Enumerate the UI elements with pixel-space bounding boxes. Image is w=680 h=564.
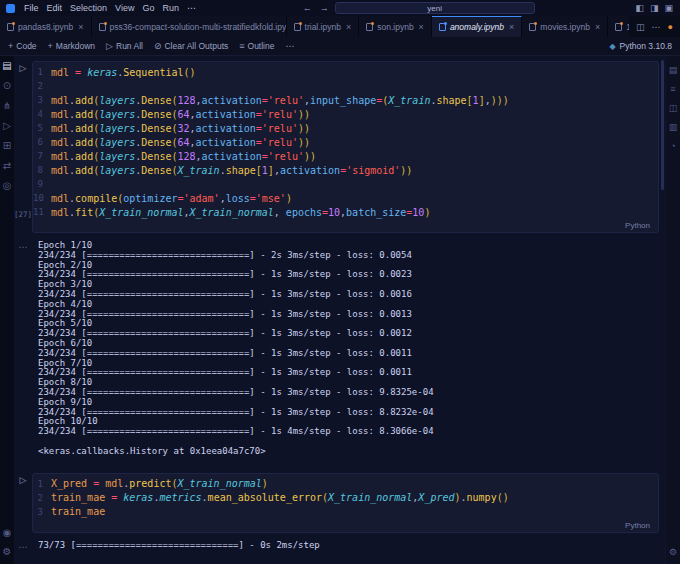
code-line[interactable]: 2 [33,79,658,93]
code-line[interactable]: 2train_mae = keras.metrics.mean_absolute… [33,491,658,505]
code-line[interactable]: 3train_mae [33,505,658,519]
menu-item-run[interactable]: Run [158,3,183,13]
toolbar-more-button[interactable]: ⋯ [285,41,294,51]
code-token: mdl [51,67,69,78]
code-line[interactable]: 8mdl.add(layers.Dense(X_train.shape[1],a… [33,163,658,177]
run-debug-icon[interactable]: ▷ [3,121,11,131]
customize-layout-icon[interactable]: ▣ [664,3,673,13]
close-icon[interactable]: × [509,22,514,32]
tab-pss36-compact-solution-multi-stratifiedkfold-ipynb[interactable]: pss36-compact-solution-multi-stratifiedk… [92,16,287,37]
code-token: mdl [51,151,69,162]
menu-item-edit[interactable]: Edit [43,3,67,13]
close-icon[interactable]: × [78,22,83,32]
menu-item-view[interactable]: View [111,3,138,13]
code-cell[interactable]: 1X_pred = mdl.predict(X_train_normal)2tr… [32,473,659,533]
add-markdown-button[interactable]: +Markdown [48,41,95,51]
grid-panel-icon[interactable]: ▥ [669,122,678,132]
clear-all-outputs-button[interactable]: ⊘Clear All Outputs [154,41,228,51]
jupyter-icon[interactable]: ◎ [3,181,12,191]
explorer-icon[interactable]: ▤ [2,61,11,71]
close-icon[interactable]: × [346,22,351,32]
cell-gutter: ▷[27] [14,61,32,233]
code-token: mdl [51,207,69,218]
nav-forward-icon[interactable]: → [318,3,331,13]
run-cell-button[interactable]: ▷ [14,473,32,485]
code-line[interactable]: 5mdl.add(layers.Dense(32,activation='rel… [33,121,658,135]
code-token: Dense [141,151,171,162]
toggle-panel-icon[interactable]: ◧ [635,3,644,13]
code-token: 64 [177,109,189,120]
code-token: add [75,151,93,162]
add-code-button[interactable]: +Code [8,41,37,51]
remote-icon[interactable]: ⇄ [3,161,11,171]
main-area: ▤⊙⋔▷⊞⇄◎◉⚙ ▷[27]1mdl = keras.Sequential()… [0,56,680,564]
output-collapse-indicator[interactable]: ⋯ [14,241,32,457]
cell-output: ⋯Epoch 1/10 234/234 [===================… [14,241,659,457]
tab-pandas8-ipynb[interactable]: pandas8.ipynb× [0,16,92,37]
menu-item-file[interactable]: File [20,3,43,13]
code-token: Dense [141,123,171,134]
panel-settings-gear-icon[interactable]: ⚙ [669,547,677,557]
tab-son-ipynb[interactable]: son.ipynb× [359,16,432,37]
code-token: add [75,137,93,148]
split-panel-icon[interactable]: ◫ [669,103,678,113]
code-line[interactable]: 7mdl.add(layers.Dense(128,activation='re… [33,149,658,163]
line-number: 1 [33,67,51,77]
code-cell[interactable]: 1mdl = keras.Sequential()2 3mdl.add(laye… [32,61,659,233]
code-token [51,179,57,190]
history-panel-icon[interactable]: ◔ [670,141,675,151]
code-line[interactable]: 1mdl = keras.Sequential() [33,65,658,79]
code-token: add [75,165,93,176]
tab-1-ipynb[interactable]: 1.ipynb× [608,16,629,37]
search-icon[interactable]: ⊙ [3,81,11,91]
code-line[interactable]: 4mdl.add(layers.Dense(64,activation='rel… [33,107,658,121]
menu-item-selection[interactable]: Selection [66,3,111,13]
output-collapse-indicator[interactable]: ⋯ [14,541,32,552]
outline-panel-icon[interactable]: ≡ [670,84,675,94]
code-line[interactable]: 11mdl.fit(X_train_normal,X_train_normal,… [33,205,658,219]
nav-back-icon[interactable]: ← [301,3,314,13]
source-control-icon[interactable]: ⋔ [3,101,11,111]
code-token: )) [298,109,310,120]
notebook-editor[interactable]: ▷[27]1mdl = keras.Sequential()2 3mdl.add… [14,56,665,564]
tab-anomaly-ipynb[interactable]: anomaly.ipynb× [432,16,522,37]
close-icon[interactable]: × [595,22,600,32]
extensions-icon[interactable]: ⊞ [3,141,11,151]
run-cell-button[interactable]: ▷ [14,61,32,73]
menu-overflow[interactable]: ⋯ [183,3,200,13]
code-line[interactable]: 1X_pred = mdl.predict(X_train_normal) [33,477,658,491]
cell-language-label[interactable]: Python [33,219,658,232]
code-token: batch_size [346,207,406,218]
code-token: Dense [141,165,171,176]
menu-item-go[interactable]: Go [138,3,158,13]
tab-movies-ipynb[interactable]: movies.ipynb× [522,16,608,37]
account-icon[interactable]: ◉ [3,528,12,538]
toolbar-label: Code [16,41,36,51]
outline-button[interactable]: ≡Outline [239,41,274,51]
activity-bar-bottom: ◉⚙ [3,528,12,564]
line-number: 5 [33,123,51,133]
code-token: 10 [328,207,340,218]
cell-language-label[interactable]: Python [33,519,658,532]
vertical-scrollbar[interactable] [661,60,664,190]
code-line[interactable]: 9 [33,177,658,191]
run-all-button[interactable]: ▷Run All [106,41,143,51]
settings-gear-icon[interactable]: ⚙ [3,547,12,557]
code-line[interactable]: 3mdl.add(layers.Dense(128,activation='re… [33,93,658,107]
tab-trial-ipynb[interactable]: trial.ipynb× [287,16,360,37]
code-token: shape [436,95,466,106]
toggle-secondary-sidebar-icon[interactable]: ◨ [650,3,659,13]
code-line[interactable]: 6mdl.add(layers.Dense(64,activation='rel… [33,135,658,149]
notebook-icon [439,23,446,31]
close-icon[interactable]: × [419,22,424,32]
code-token: mdl [51,165,69,176]
kernel-picker[interactable]: ◆ Python 3.10.8 [609,41,672,51]
variables-panel-icon[interactable]: ▤ [669,65,678,75]
jupyter-extension-icon[interactable]: ● [668,22,673,32]
code-token: 32 [177,123,189,134]
tabbar: pandas8.ipynb×pss36-compact-solution-mul… [0,16,680,37]
more-actions-icon[interactable]: ⋯ [652,22,661,32]
split-editor-icon[interactable]: ◫ [636,22,645,32]
command-center-search[interactable]: yeni [335,2,535,14]
code-line[interactable]: 10mdl.compile(optimizer='adam',loss='mse… [33,191,658,205]
